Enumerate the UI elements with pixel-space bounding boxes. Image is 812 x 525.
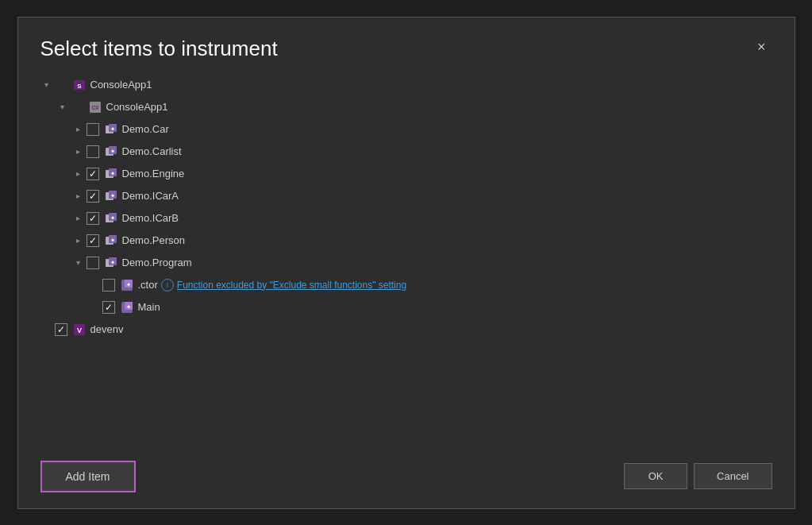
cancel-button[interactable]: Cancel — [694, 463, 772, 489]
tree-item: C#ConsoleApp1 — [40, 96, 795, 118]
svg-text:✦: ✦ — [110, 214, 115, 220]
tree-checkbox[interactable] — [87, 212, 99, 225]
csproj-icon: C# — [88, 100, 102, 114]
dialog-body: SConsoleApp1C#ConsoleApp1 ✦ Demo.Car ✦ D… — [18, 71, 795, 451]
dialog-footer: Add Item OK Cancel — [18, 451, 795, 508]
tree-expander[interactable] — [72, 168, 85, 180]
class-icon: ✦ — [104, 167, 118, 181]
tree-item: ✦ Demo.Program — [40, 252, 795, 274]
dialog-title: Select items to instrument — [40, 37, 278, 61]
tree-checkbox[interactable] — [55, 323, 67, 336]
tree-expander[interactable] — [72, 234, 85, 247]
tree-item-label: Demo.ICarB — [122, 212, 179, 224]
svg-text:✦: ✦ — [126, 303, 131, 309]
tree-expander[interactable] — [40, 79, 53, 91]
svg-text:✦: ✦ — [126, 281, 131, 287]
tree-checkbox[interactable] — [87, 234, 99, 247]
solution-icon: S — [72, 78, 87, 92]
class-icon: ✦ — [104, 256, 118, 270]
tree-item: ✦ Demo.ICarA — [40, 185, 795, 207]
tree-item: ✦ Demo.Carlist — [40, 141, 795, 163]
svg-text:✦: ✦ — [110, 148, 115, 153]
info-icon: i — [161, 279, 174, 291]
class-icon: ✦ — [104, 122, 118, 137]
tree-item: ✦ Demo.Person — [40, 230, 795, 252]
tree-item-label: ConsoleApp1 — [90, 79, 152, 91]
svg-text:✦: ✦ — [110, 192, 115, 198]
tree-expander[interactable] — [72, 212, 85, 225]
tree-item: ✦ Demo.ICarB — [40, 207, 795, 230]
svg-text:✦: ✦ — [110, 125, 115, 131]
ctor-icon: ✦ — [120, 300, 134, 315]
svg-text:✦: ✦ — [110, 259, 115, 264]
svg-text:S: S — [77, 83, 82, 90]
tree-item-label: Demo.Carlist — [122, 145, 182, 157]
tree-item-label: Demo.ICarA — [122, 190, 179, 202]
tree-checkbox[interactable] — [87, 145, 99, 158]
svg-text:✦: ✦ — [110, 237, 115, 242]
tree-checkbox[interactable] — [87, 257, 99, 269]
svg-text:C#: C# — [91, 105, 98, 110]
tree-item: ✦ Main — [40, 296, 795, 318]
tree-item-label: Main — [138, 301, 160, 313]
ok-button[interactable]: OK — [624, 463, 687, 489]
tree-item: ✦ Demo.Engine — [40, 163, 795, 185]
class-icon: ✦ — [104, 211, 118, 226]
class-icon: ✦ — [104, 145, 118, 159]
tree-checkbox[interactable] — [102, 279, 115, 291]
tree-item: Vdevenv — [40, 318, 795, 341]
tree-checkbox[interactable] — [87, 123, 99, 136]
svg-text:✦: ✦ — [110, 170, 115, 176]
excluded-link[interactable]: Function excluded by "Exclude small func… — [177, 280, 406, 291]
class-icon: ✦ — [104, 234, 118, 248]
class-icon: ✦ — [104, 189, 118, 203]
select-items-dialog: Select items to instrument × SConsoleApp… — [17, 17, 795, 509]
tree-expander[interactable] — [56, 101, 69, 114]
tree-item-label: Demo.Engine — [122, 168, 185, 180]
tree-checkbox[interactable] — [87, 190, 99, 203]
add-item-button[interactable]: Add Item — [40, 461, 136, 492]
tree-item-label: Demo.Person — [122, 234, 185, 246]
tree-item: ✦ .ctoriFunction excluded by "Exclude sm… — [40, 274, 795, 296]
tree-item: ✦ Demo.Car — [40, 118, 795, 141]
ctor-icon: ✦ — [120, 278, 134, 292]
vs-icon: V — [72, 322, 87, 337]
dialog-header: Select items to instrument × — [18, 17, 795, 71]
tree-expander[interactable] — [72, 190, 85, 203]
tree-checkbox[interactable] — [87, 168, 99, 180]
tree-item-label: ConsoleApp1 — [106, 101, 168, 113]
svg-text:V: V — [76, 326, 81, 334]
tree-checkbox[interactable] — [102, 301, 115, 314]
footer-actions: OK Cancel — [624, 463, 772, 489]
tree-container[interactable]: SConsoleApp1C#ConsoleApp1 ✦ Demo.Car ✦ D… — [18, 71, 795, 451]
close-button[interactable]: × — [751, 37, 772, 57]
tree-expander[interactable] — [72, 257, 85, 269]
tree-item-label: Demo.Car — [122, 123, 169, 135]
tree-item-label: .ctor — [138, 279, 158, 291]
tree-expander[interactable] — [72, 123, 85, 136]
tree-item-label: devenv — [90, 323, 124, 335]
tree-expander[interactable] — [72, 145, 85, 158]
tree-item-label: Demo.Program — [122, 257, 192, 268]
tree-item: SConsoleApp1 — [40, 74, 795, 96]
